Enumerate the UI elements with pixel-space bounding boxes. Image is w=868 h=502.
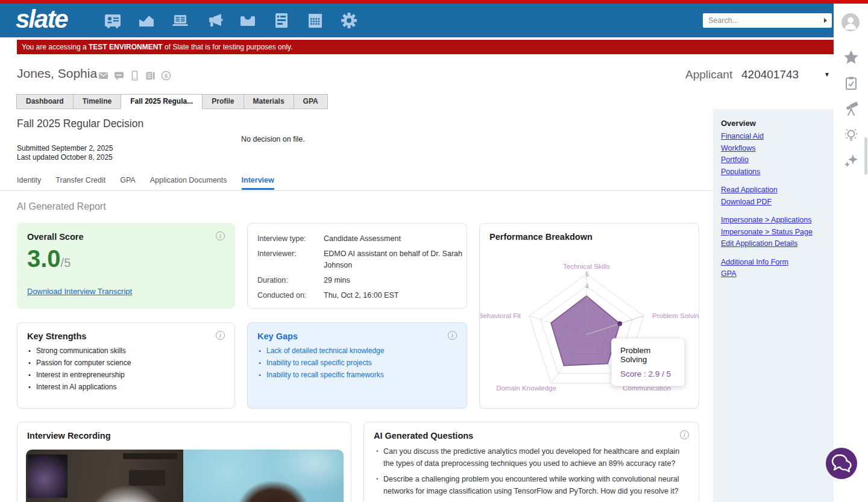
strength-item: Passion for computer science: [28, 357, 131, 369]
sidebar-link-download-pdf[interactable]: Download PDF: [721, 196, 834, 209]
person-contact-icons: $: [98, 71, 171, 81]
sidebar-link-edit-application-details[interactable]: Edit Application Details: [721, 238, 834, 250]
header-nav: [104, 11, 358, 30]
sidebar-link-group: Additional Info FormGPA: [721, 257, 834, 280]
sms-icon[interactable]: [114, 71, 124, 81]
strength-item: Interest in AI applications: [28, 381, 131, 393]
detail-label: Interview type:: [257, 233, 318, 245]
area-chart-icon[interactable]: [137, 11, 156, 30]
tab-timeline[interactable]: Timeline: [73, 94, 121, 109]
test-environment-banner: You are accessing a TEST ENVIRONMENT of …: [17, 40, 834, 54]
subnav-interview[interactable]: Interview: [242, 176, 274, 184]
sidebar-link-gpa[interactable]: GPA: [721, 268, 834, 280]
radar-tick-label: 4: [585, 283, 589, 290]
video-person-hair-shape: [85, 485, 169, 502]
info-icon[interactable]: i: [216, 331, 225, 340]
overall-score-title: Overall Score: [27, 232, 84, 242]
last-updated-date: Last updated October 8, 2025: [17, 153, 113, 162]
decision-status: No decision on file.: [241, 135, 305, 143]
sidebar-link-financial-aid[interactable]: Financial Aid: [721, 131, 834, 143]
info-icon[interactable]: i: [216, 231, 225, 240]
reader-icon[interactable]: [171, 11, 189, 30]
gaps-list: Lack of detailed technical knowledgeInab…: [259, 345, 384, 381]
search-input[interactable]: [703, 16, 824, 25]
tab-fall-2025-regula[interactable]: Fall 2025 Regula...: [121, 94, 203, 109]
sidebar-link-populations[interactable]: Populations: [721, 166, 834, 178]
subnav-application-documents[interactable]: Application Documents: [150, 176, 227, 184]
sidebar-link-read-application[interactable]: Read Application: [721, 184, 834, 196]
inbox-icon[interactable]: [239, 11, 257, 30]
strengths-list: Strong communication skillsPassion for c…: [28, 345, 131, 393]
dollar-circle-icon[interactable]: $: [161, 71, 171, 81]
lightbulb-icon[interactable]: [843, 127, 859, 143]
radar-tick-label: 3: [585, 295, 589, 302]
sidebar-link-additional-info-form[interactable]: Additional Info Form: [721, 257, 834, 269]
banner-text: You are accessing a: [22, 43, 89, 51]
info-icon[interactable]: i: [448, 331, 457, 340]
report-section-heading: AI Generated Report: [17, 201, 106, 212]
chat-bubbles-icon[interactable]: [826, 448, 857, 479]
tab-profile[interactable]: Profile: [202, 94, 244, 109]
submitted-date: Submitted September 2, 2025: [17, 144, 113, 152]
question-item: Describe a challenging problem you encou…: [375, 473, 684, 497]
subnav-transfer-credit[interactable]: Transfer Credit: [55, 176, 105, 184]
video-frame-candidate: [183, 450, 344, 502]
video-person-hair-shape: [237, 481, 309, 502]
tab-dashboard[interactable]: Dashboard: [16, 94, 74, 109]
sidebar-links: Financial AidWorkflowsPortfolioPopulatio…: [721, 131, 834, 280]
megaphone-icon[interactable]: [205, 11, 223, 30]
radar-tick-label: 0: [585, 331, 589, 338]
key-gaps-title: Key Gaps: [257, 331, 298, 341]
video-shelf-shape: [129, 470, 165, 486]
mobile-phone-icon[interactable]: [130, 71, 140, 81]
gap-item[interactable]: Inability to recall specific projects: [259, 357, 384, 369]
interview-video-thumbnail[interactable]: [26, 450, 344, 502]
sidebar-link-portfolio[interactable]: Portfolio: [721, 154, 834, 166]
contact-card-icon[interactable]: [104, 11, 122, 30]
questions-list: Can you discuss the predictive analytics…: [375, 445, 684, 501]
slate-logo[interactable]: slate: [16, 5, 68, 34]
applicant-type-label: Applicant: [685, 68, 732, 81]
applicant-dropdown-caret-icon[interactable]: ▼: [824, 71, 830, 78]
strength-item: Strong communication skills: [28, 345, 131, 357]
scrollbar-thumb[interactable]: [864, 137, 867, 175]
calendar-icon[interactable]: [306, 11, 324, 30]
form-icon[interactable]: [272, 11, 291, 30]
telescope-icon[interactable]: [843, 101, 859, 117]
detail-label: Interviewer:: [257, 248, 318, 271]
radar-tooltip: Problem Solving Score : 2.9 / 5: [611, 338, 685, 386]
right-icon-rail: [834, 4, 868, 502]
sidebar-link-workflows[interactable]: Workflows: [721, 143, 834, 155]
sidebar-link-impersonate-applications[interactable]: Impersonate > Applications: [721, 215, 834, 227]
detail-label: Conducted on:: [257, 290, 318, 301]
video-monitor-shape: [28, 454, 68, 498]
overall-score-card: Overall Score i 3.0/5 Download Interview…: [17, 223, 235, 309]
gap-item[interactable]: Inability to recall specific frameworks: [259, 369, 384, 381]
search-submit-arrow-icon[interactable]: [824, 18, 827, 23]
detail-value: Thu, Oct 2, 16:00 EST: [324, 290, 465, 301]
tab-gpa[interactable]: GPA: [294, 94, 328, 109]
user-avatar[interactable]: [841, 13, 860, 31]
rail-icons: [834, 49, 868, 169]
gap-item[interactable]: Lack of detailed technical knowledge: [259, 345, 384, 357]
radar-tick-label: 1: [585, 319, 589, 326]
subnav-identity[interactable]: Identity: [17, 176, 41, 184]
info-icon[interactable]: i: [680, 430, 689, 439]
subnav-gpa[interactable]: GPA: [120, 176, 135, 184]
tooltip-score: Score : 2.9 / 5: [620, 369, 676, 378]
app-header: slate: [0, 4, 834, 37]
download-transcript-link[interactable]: Download Interview Transcript: [27, 287, 132, 296]
gear-icon[interactable]: [340, 11, 358, 30]
radar-highlight-dot: [617, 321, 622, 326]
desk-phone-icon[interactable]: [145, 71, 156, 81]
radar-tick-label: 5: [585, 271, 589, 278]
email-icon[interactable]: [98, 71, 108, 81]
clipboard-check-icon[interactable]: [843, 75, 859, 91]
page-title-person-name: Jones, Sophia: [17, 66, 97, 81]
sidebar-link-impersonate-status-page[interactable]: Impersonate > Status Page: [721, 227, 834, 239]
sparkles-icon[interactable]: [843, 153, 859, 169]
interview-details-grid: Interview type:Candidate AssessmentInter…: [257, 233, 465, 301]
star-icon[interactable]: [843, 49, 859, 65]
tab-materials[interactable]: Materials: [244, 94, 294, 109]
sidebar-link-group: Financial AidWorkflowsPortfolioPopulatio…: [721, 131, 834, 178]
